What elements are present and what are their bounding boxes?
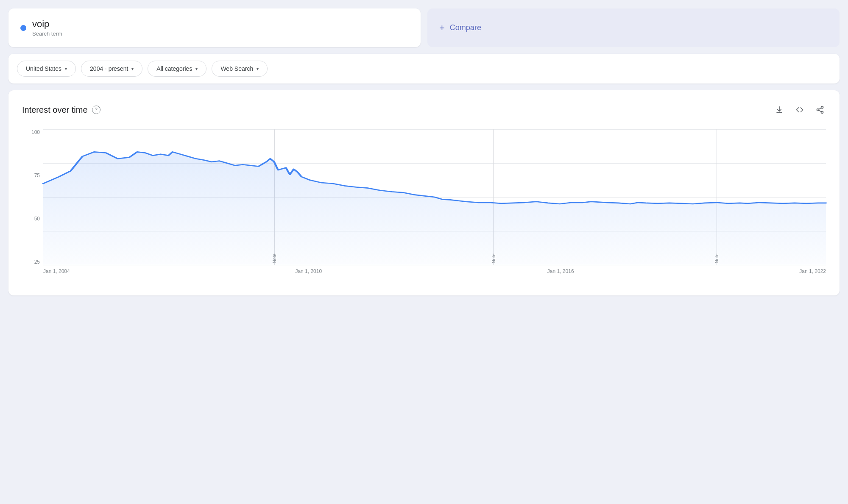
filter-timerange[interactable]: 2004 - present ▾ — [81, 61, 142, 77]
share-icon — [816, 106, 824, 114]
x-label-2010: Jan 1, 2010 — [295, 268, 322, 274]
compare-label: Compare — [450, 23, 481, 32]
download-icon — [775, 106, 784, 114]
x-label-2022: Jan 1, 2022 — [799, 268, 826, 274]
chevron-down-icon: ▾ — [131, 67, 134, 71]
y-label-75: 75 — [34, 173, 40, 178]
chart-card: Interest over time ? — [8, 90, 840, 295]
chart-header: Interest over time ? — [22, 104, 826, 116]
filter-categories[interactable]: All categories ▾ — [148, 61, 206, 77]
help-icon[interactable]: ? — [92, 106, 100, 114]
chevron-down-icon: ▾ — [257, 67, 259, 71]
chart-area: 100 75 50 25 Note Note — [22, 129, 826, 282]
chart-title: Interest over time — [22, 105, 88, 115]
filter-categories-label: All categories — [156, 65, 192, 72]
filter-searchtype[interactable]: Web Search ▾ — [212, 61, 268, 77]
search-term-card: voip Search term — [8, 8, 421, 47]
share-button[interactable] — [814, 104, 826, 116]
filters-row: United States ▾ 2004 - present ▾ All cat… — [8, 54, 840, 84]
y-label-25: 25 — [34, 259, 40, 265]
svg-line-4 — [819, 108, 821, 109]
y-label-100: 100 — [31, 129, 40, 135]
embed-icon — [795, 106, 804, 114]
search-term-dot — [20, 25, 26, 31]
embed-button[interactable] — [794, 104, 806, 116]
x-label-2004: Jan 1, 2004 — [43, 268, 70, 274]
chart-actions — [773, 104, 826, 116]
chart-title-group: Interest over time ? — [22, 105, 100, 115]
trend-line-chart — [43, 129, 826, 265]
filter-searchtype-label: Web Search — [220, 65, 253, 72]
compare-card[interactable]: + Compare — [427, 8, 840, 47]
filter-location-label: United States — [26, 65, 61, 72]
search-term-text: voip Search term — [32, 19, 62, 37]
chart-plot-area: Note Note Note — [43, 129, 826, 265]
x-label-2016: Jan 1, 2016 — [547, 268, 574, 274]
download-button[interactable] — [773, 104, 785, 116]
y-label-50: 50 — [34, 216, 40, 222]
filter-location[interactable]: United States ▾ — [17, 61, 76, 77]
compare-plus-icon: + — [439, 22, 445, 33]
x-axis: Jan 1, 2004 Jan 1, 2010 Jan 1, 2016 Jan … — [43, 265, 826, 282]
search-term-name: voip — [32, 19, 62, 30]
y-axis: 100 75 50 25 — [22, 129, 43, 265]
chevron-down-icon: ▾ — [65, 67, 67, 71]
chevron-down-icon: ▾ — [195, 67, 198, 71]
search-term-label: Search term — [32, 31, 62, 37]
filter-timerange-label: 2004 - present — [90, 65, 128, 72]
svg-line-3 — [819, 110, 821, 111]
